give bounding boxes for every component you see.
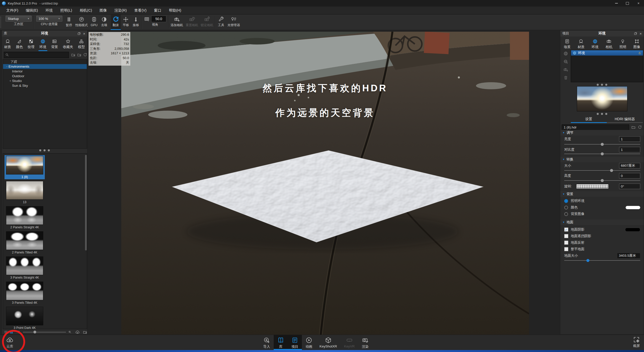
environment-thumbnail[interactable]: 1 (8) bbox=[5, 155, 45, 179]
light-manager-button[interactable]: 光管理器 bbox=[226, 15, 241, 30]
gpu-button[interactable]: GPU bbox=[89, 15, 99, 30]
ground-reflection-option[interactable]: 地面反射 bbox=[564, 240, 640, 246]
project-tab-camera[interactable]: 相机 bbox=[605, 38, 613, 50]
performance-mode-button[interactable]: 性能模式 bbox=[74, 15, 89, 30]
rotation-wheel[interactable] bbox=[577, 184, 608, 189]
project-tab-lighting[interactable]: 照明 bbox=[618, 38, 627, 50]
contrast-slider[interactable] bbox=[564, 154, 640, 154]
close-panel-icon[interactable]: × bbox=[83, 31, 85, 36]
background-section-header[interactable]: ▼ 背景 bbox=[560, 191, 644, 197]
environment-list-item[interactable]: 环境 bbox=[571, 50, 643, 56]
backplate-image-option[interactable]: 背景图像 bbox=[564, 211, 640, 217]
lens-grid-icon[interactable] bbox=[144, 16, 150, 22]
tree-item[interactable]: Sun & Sky bbox=[3, 83, 87, 88]
lighting-environment-option[interactable]: 照明环境 bbox=[564, 198, 640, 204]
upload-cloud-icon[interactable] bbox=[75, 330, 80, 334]
library-tab-materials[interactable]: 材质 bbox=[3, 38, 12, 50]
environment-thumbnail[interactable]: 3 Panels Tilted 4K bbox=[5, 281, 45, 305]
radio-icon[interactable] bbox=[564, 212, 568, 216]
contrast-input[interactable]: 1 bbox=[619, 147, 640, 152]
denoise-button[interactable]: 去噪 bbox=[99, 15, 109, 30]
height-slider[interactable] bbox=[564, 180, 640, 181]
render-view[interactable]: 然后云库找下喜欢的HDR 作为远景的天空背景 bbox=[121, 32, 529, 335]
add-environment-icon[interactable] bbox=[563, 59, 568, 64]
flatten-ground-option[interactable]: 整平地面 bbox=[564, 246, 640, 252]
settings-subtab[interactable]: 设置 bbox=[571, 116, 607, 123]
cpu-usage-dropdown[interactable]: 100 % ▼ bbox=[36, 16, 62, 22]
project-tab-image[interactable]: 图像 bbox=[632, 38, 641, 50]
ground-section-header[interactable]: ▼ 地面 bbox=[560, 219, 644, 225]
undock-panel-icon[interactable] bbox=[634, 32, 637, 35]
close-panel-icon[interactable]: × bbox=[639, 31, 642, 36]
pause-button[interactable]: 暂停 bbox=[64, 15, 74, 30]
ground-size-input[interactable]: 3403.5厘米 bbox=[617, 253, 640, 258]
project-tab-environment[interactable]: 环境 bbox=[591, 38, 599, 51]
thumbnail-grid-scrollbar[interactable] bbox=[85, 155, 87, 250]
fov-input[interactable]: 50.0 bbox=[151, 16, 166, 22]
environment-thumbnail[interactable]: 3 Point Dark 4K bbox=[5, 306, 45, 329]
keyshotxr-button[interactable]: KeyShotXR bbox=[316, 335, 341, 350]
checkbox-icon[interactable] bbox=[564, 247, 568, 251]
rotation-input[interactable]: 0° bbox=[619, 184, 640, 189]
tree-expander[interactable]: − bbox=[5, 65, 9, 68]
tree-expander[interactable]: + bbox=[9, 79, 12, 83]
render-button[interactable]: 渲染 bbox=[358, 335, 372, 350]
import-button[interactable]: 导入 bbox=[260, 335, 274, 350]
library-tab-models[interactable]: 模型 bbox=[77, 38, 86, 50]
tree-item[interactable]: + Studio bbox=[3, 78, 87, 83]
size-slider[interactable] bbox=[564, 170, 640, 171]
unlock-icon[interactable] bbox=[638, 51, 641, 55]
checkbox-checked-icon[interactable]: ✓ bbox=[564, 228, 568, 232]
radio-icon[interactable] bbox=[564, 206, 568, 209]
menu-item[interactable]: 窗口 bbox=[150, 7, 165, 14]
library-tab-textures[interactable]: 纹理 bbox=[27, 38, 35, 50]
thumbnail-size-knob[interactable] bbox=[33, 331, 36, 333]
tools-button[interactable]: 工具 bbox=[216, 15, 226, 30]
menu-item[interactable]: 照明(L) bbox=[57, 7, 76, 14]
open-folder-icon[interactable] bbox=[631, 125, 636, 129]
ground-size-slider[interactable] bbox=[564, 260, 640, 261]
menu-item[interactable]: 编辑(E) bbox=[22, 7, 42, 14]
environment-globe-icon[interactable] bbox=[563, 51, 568, 56]
size-input[interactable]: 6807厘米 bbox=[619, 163, 640, 168]
minimize-button[interactable] bbox=[611, 0, 622, 7]
contrast-knob[interactable] bbox=[601, 152, 604, 155]
toolbar-drag-handle[interactable] bbox=[1, 17, 4, 28]
zoom-in-icon[interactable] bbox=[68, 330, 72, 334]
tree-item[interactable]: Interior bbox=[3, 69, 87, 74]
import-folder-icon[interactable] bbox=[77, 53, 82, 57]
screenshot-button[interactable]: 截屏 bbox=[633, 336, 640, 348]
library-tab-favorites[interactable]: 收藏夹 bbox=[62, 38, 74, 50]
menu-item[interactable]: 环境 bbox=[42, 7, 57, 14]
refresh-icon[interactable] bbox=[83, 53, 87, 57]
hdr-file-field[interactable]: 1 (8).hdr bbox=[562, 124, 629, 130]
size-knob[interactable] bbox=[610, 169, 613, 172]
adjust-section-header[interactable]: ▼ 调节 bbox=[560, 130, 644, 136]
pan-button[interactable]: 平移 bbox=[121, 15, 131, 30]
project-tab-scene[interactable]: 场景 bbox=[563, 38, 572, 50]
background-color-swatch[interactable] bbox=[626, 206, 640, 209]
environment-thumbnail[interactable]: 2 Panels Tilted 4K bbox=[5, 231, 45, 255]
reload-hdr-icon[interactable] bbox=[638, 125, 642, 129]
ground-size-knob[interactable] bbox=[586, 259, 589, 262]
checkbox-icon[interactable] bbox=[564, 241, 568, 245]
delete-environment-icon[interactable] bbox=[563, 75, 568, 80]
tumble-button[interactable]: 翻滚 bbox=[111, 15, 121, 30]
dolly-button[interactable]: 推移 bbox=[131, 15, 141, 30]
add-camera-button[interactable]: 添加相机 bbox=[169, 15, 184, 30]
tree-item[interactable]: − Environments bbox=[3, 64, 87, 69]
library-toggle-button[interactable]: 库 bbox=[274, 335, 288, 350]
environment-pager-dots[interactable] bbox=[560, 84, 644, 86]
ground-shadow-color-swatch[interactable] bbox=[625, 228, 640, 232]
brightness-slider[interactable] bbox=[564, 144, 640, 145]
close-button[interactable]: × bbox=[633, 0, 644, 7]
menu-item[interactable]: 帮助(H) bbox=[165, 7, 185, 14]
search-input[interactable] bbox=[4, 52, 69, 58]
library-tab-backplates[interactable]: 背景 bbox=[50, 38, 59, 50]
maximize-button[interactable] bbox=[622, 0, 633, 7]
hdr-preview-image[interactable] bbox=[577, 86, 627, 111]
height-input[interactable]: 0 bbox=[619, 173, 640, 179]
ground-occlusion-option[interactable]: 地面遮挡阴影 bbox=[564, 233, 640, 239]
add-camera-environment-icon[interactable] bbox=[563, 67, 568, 72]
transform-section-header[interactable]: ▼ 转换 bbox=[560, 157, 644, 162]
